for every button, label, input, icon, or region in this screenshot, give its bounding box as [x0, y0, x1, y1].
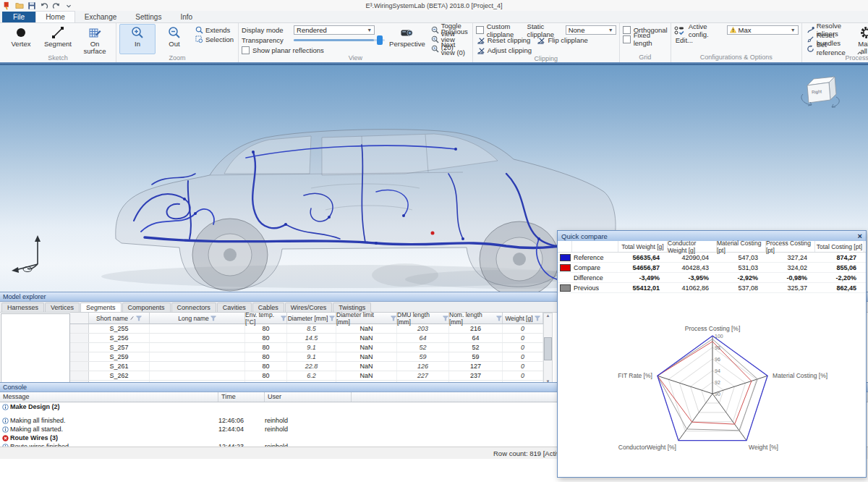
tab-vertices[interactable]: Vertices — [45, 303, 80, 312]
console-column-message[interactable]: Message — [0, 392, 218, 402]
button-in[interactable]: In — [119, 24, 156, 54]
row-selector[interactable] — [70, 362, 89, 371]
chevron-down-icon: ▼ — [367, 28, 372, 33]
table-row[interactable]: S_259809.1NaN59590 — [70, 352, 543, 362]
ribbon-tab-file[interactable]: File — [2, 12, 35, 22]
qc-value: 531,03 — [717, 264, 766, 271]
save-icon[interactable] — [27, 1, 36, 10]
button-out[interactable]: Out — [156, 24, 192, 54]
axis-label-process-costing: Process Costing [%] — [685, 325, 741, 332]
button-perspective[interactable]: Perspective — [386, 24, 428, 54]
checkbox-custom-clipplane[interactable]: Custom clipplane — [476, 26, 523, 35]
group-label-zoom: Zoom — [119, 54, 235, 62]
table-row[interactable]: S_255808.5NaN2032160 — [70, 324, 543, 334]
table-row[interactable]: S_2568014.5NaN64640 — [70, 334, 543, 343]
info-icon — [2, 404, 9, 410]
column-header-nom-length-mm[interactable]: Nom. length [mm] — [449, 313, 503, 324]
table-row[interactable]: S_257809.1NaN52520 — [70, 343, 543, 352]
ribbon-collapse-button[interactable] — [856, 47, 864, 60]
scroll-thumb[interactable] — [544, 337, 552, 360]
redo-icon[interactable] — [52, 1, 61, 10]
row-selector[interactable] — [70, 324, 89, 333]
ribbon-tab-settings[interactable]: Settings — [126, 12, 171, 22]
svg-text:96: 96 — [715, 357, 720, 362]
ribbon-tab-home[interactable]: Home — [35, 11, 75, 22]
view-cube[interactable]: Right — [794, 72, 846, 114]
tab-connectors[interactable]: Connectors — [171, 303, 216, 312]
toolbar-more-icon[interactable] — [64, 1, 73, 10]
column-header-env-temp-c[interactable]: Env. temp. [°C] — [245, 313, 287, 324]
column-header-diameter-mm[interactable]: Diameter [mm] — [287, 313, 336, 324]
button-set-reference[interactable]: Set reference — [805, 44, 847, 53]
cell-short-name: S_259 — [89, 352, 150, 361]
table-scrollbar[interactable]: ▲▼ — [543, 313, 553, 384]
column-header-dmu-length-mm[interactable]: DMU length [mm] — [397, 313, 449, 324]
button-adjust-clipping[interactable]: Adjust clipping — [476, 46, 533, 55]
transparency-row: Transparency — [242, 35, 385, 45]
dropdown-rendered[interactable]: Rendered▼ — [294, 25, 375, 35]
funnel-icon[interactable] — [329, 316, 335, 321]
scroll-up-icon[interactable]: ▲ — [546, 313, 550, 318]
column-header-diameter-limit-mm[interactable]: Diameter limit [mm] — [336, 313, 397, 324]
console-column-user[interactable]: User — [265, 392, 352, 402]
tab-wires-cores[interactable]: Wires/Cores — [285, 303, 333, 312]
transparency-slider[interactable] — [294, 39, 385, 41]
config-toggle-icon[interactable] — [674, 25, 684, 35]
button-vertex[interactable]: Vertex — [3, 24, 39, 54]
column-header-weight-g[interactable]: Weight [g] — [503, 313, 543, 324]
undo-icon[interactable] — [40, 1, 48, 10]
cell-weight-g: 0 — [503, 362, 543, 371]
ribbon-tab-exchange[interactable]: Exchange — [75, 12, 126, 22]
tab-components[interactable]: Components — [122, 303, 171, 312]
row-selector[interactable] — [70, 371, 89, 380]
close-icon[interactable]: × — [858, 232, 862, 240]
button-reset-clipping[interactable]: Reset clipping — [476, 36, 532, 45]
label-display-mode: Display mode — [242, 26, 289, 34]
funnel-icon[interactable] — [443, 316, 448, 321]
quick-compare-header: Total Weight [g]Conductor Weight [g]Mate… — [558, 241, 866, 253]
adjust-clipping-icon — [477, 46, 485, 54]
dropdown-max[interactable]: Max▼ — [727, 25, 799, 35]
column-header-short-name[interactable]: Short name — [89, 313, 150, 324]
on-surface-icon — [88, 25, 102, 40]
model-explorer-tree[interactable] — [1, 313, 70, 384]
cell-long-name — [150, 334, 245, 342]
console-column-time[interactable]: Time — [218, 392, 265, 402]
button-selection[interactable]: Selection — [194, 35, 235, 43]
button-flip-clipplane[interactable]: Flip clipplane — [536, 36, 589, 45]
button-extends[interactable]: Extends — [194, 25, 235, 34]
checkbox-show-planar-reflections[interactable]: Show planar reflections — [242, 46, 385, 54]
ribbon-tab-info[interactable]: Info — [171, 12, 202, 22]
open-icon[interactable] — [15, 1, 24, 10]
dropdown-value: Max — [730, 26, 752, 34]
slider-handle[interactable] — [377, 35, 383, 45]
button-next-view-0[interactable]: Next view (0) — [430, 44, 469, 53]
row-selector[interactable] — [70, 343, 89, 352]
row-selector[interactable] — [70, 352, 89, 361]
dropdown-value: None — [569, 26, 585, 34]
button-edit[interactable]: Edit... — [674, 36, 694, 45]
console-user: reinhold — [265, 417, 288, 424]
funnel-icon[interactable] — [535, 316, 540, 321]
axis-label-fit-rate: FIT Rate [%] — [618, 372, 652, 379]
funnel-icon[interactable] — [391, 316, 396, 321]
color-swatch — [560, 284, 571, 292]
row-selector[interactable] — [70, 334, 89, 342]
funnel-icon[interactable] — [136, 316, 142, 321]
table-row[interactable]: S_262806.2NaN2272370 — [70, 371, 543, 381]
quick-compare-window[interactable]: Quick compare × Total Weight [g]Conducto… — [557, 230, 867, 478]
button-on-surface[interactable]: On surface — [77, 24, 113, 54]
ribbon-row: Active config.Max▼ — [674, 25, 799, 35]
funnel-icon[interactable] — [281, 316, 286, 321]
tab-segments[interactable]: Segments — [80, 303, 122, 312]
column-header-long-name[interactable]: Long name — [150, 313, 245, 324]
dropdown-none[interactable]: None▼ — [566, 25, 616, 35]
table-row[interactable]: S_2618022.8NaN1261270 — [70, 362, 543, 371]
button-segment[interactable]: Segment — [40, 24, 76, 54]
qc-row-label: Difference — [572, 274, 618, 282]
app-icon[interactable] — [3, 1, 12, 10]
checkbox-fixed-length[interactable]: Fixed length — [623, 35, 668, 43]
tab-harnesses[interactable]: Harnesses — [1, 303, 44, 312]
funnel-icon[interactable] — [496, 316, 502, 321]
funnel-icon[interactable] — [210, 316, 216, 321]
